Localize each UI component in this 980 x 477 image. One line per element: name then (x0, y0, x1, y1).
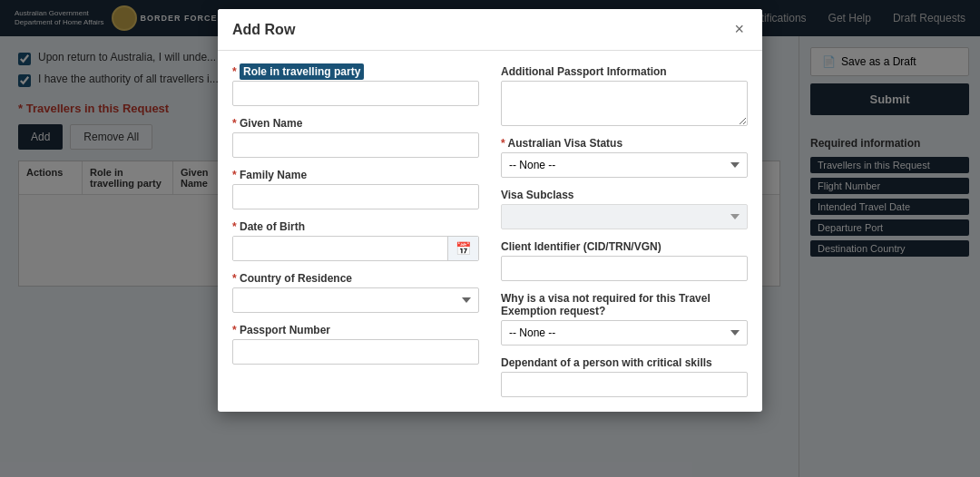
label-client-id: Client Identifier (CID/TRN/VGN) (501, 240, 748, 253)
select-visa-status[interactable]: -- None -- (501, 152, 748, 178)
label-dependant: Dependant of a person with critical skil… (501, 356, 748, 369)
form-group-additional-passport: Additional Passport Information (501, 65, 748, 126)
input-family-name[interactable] (232, 184, 479, 209)
add-row-modal: Add Row × Role in travelling party Given… (218, 9, 762, 412)
modal-left-column: Role in travelling party Given Name Fami… (232, 65, 479, 397)
modal-close-button[interactable]: × (730, 20, 748, 39)
calendar-icon: 📅 (456, 241, 471, 256)
form-group-visa-subclass: Visa Subclass (501, 189, 748, 229)
label-dob: Date of Birth (232, 220, 479, 233)
label-country-residence: Country of Residence (232, 272, 479, 285)
form-group-visa-status: Australian Visa Status -- None -- (501, 137, 748, 178)
form-group-client-id: Client Identifier (CID/TRN/VGN) (501, 240, 748, 281)
form-group-why-no-visa: Why is a visa not required for this Trav… (501, 292, 748, 346)
form-group-family-name: Family Name (232, 169, 479, 209)
form-group-country-residence: Country of Residence (232, 272, 479, 313)
label-role: Role in travelling party (232, 65, 479, 78)
modal-overlay: Add Row × Role in travelling party Given… (0, 0, 980, 477)
label-passport: Passport Number (232, 324, 479, 336)
select-visa-subclass[interactable] (501, 204, 748, 229)
label-additional-passport: Additional Passport Information (501, 65, 748, 78)
input-dob[interactable] (233, 237, 447, 260)
role-label-text: Role in travelling party (240, 63, 364, 80)
input-additional-passport[interactable] (501, 81, 748, 126)
form-group-dob: Date of Birth 📅 (232, 220, 479, 261)
modal-right-column: Additional Passport Information Australi… (501, 65, 748, 397)
label-given-name: Given Name (232, 117, 479, 130)
label-visa-status: Australian Visa Status (501, 137, 748, 150)
modal-header: Add Row × (218, 9, 762, 51)
label-why-no-visa: Why is a visa not required for this Trav… (501, 292, 748, 317)
input-given-name[interactable] (232, 132, 479, 158)
calendar-button[interactable]: 📅 (447, 237, 478, 260)
input-passport[interactable] (232, 339, 479, 365)
label-visa-subclass: Visa Subclass (501, 189, 748, 201)
input-role[interactable] (232, 81, 479, 106)
modal-body: Role in travelling party Given Name Fami… (218, 51, 762, 412)
form-group-role: Role in travelling party (232, 65, 479, 106)
select-why-no-visa[interactable]: -- None -- (501, 320, 748, 346)
form-group-passport: Passport Number (232, 324, 479, 365)
input-dependant[interactable] (501, 372, 748, 397)
select-country-residence[interactable] (232, 287, 479, 313)
modal-title: Add Row (232, 22, 295, 38)
form-group-given-name: Given Name (232, 117, 479, 158)
form-group-dependant: Dependant of a person with critical skil… (501, 356, 748, 397)
date-input-wrapper: 📅 (232, 236, 479, 261)
input-client-id[interactable] (501, 256, 748, 281)
label-family-name: Family Name (232, 169, 479, 181)
